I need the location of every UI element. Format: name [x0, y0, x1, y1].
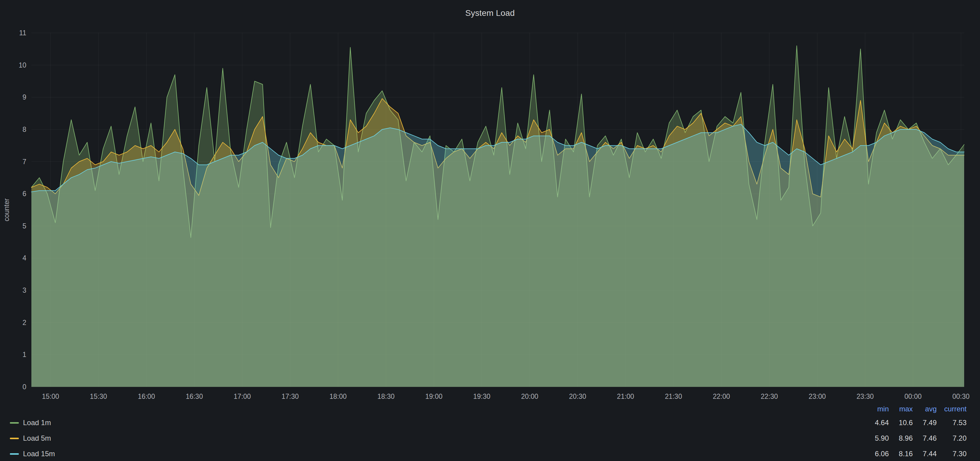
- series-label-load-5m[interactable]: Load 5m: [23, 434, 51, 442]
- x-tick-label: 23:30: [856, 393, 874, 400]
- legend: min max avg current Load 1m 4.64 10.6 7.…: [0, 403, 980, 461]
- x-tick-label: 21:00: [617, 393, 635, 400]
- x-tick-label: 18:30: [377, 393, 395, 400]
- stat-avg: 7.46: [913, 434, 937, 442]
- y-tick-label: 10: [19, 61, 26, 69]
- stat-avg: 7.49: [913, 418, 937, 427]
- x-tick-label: 16:30: [186, 393, 203, 400]
- x-tick-label: 18:00: [329, 393, 347, 400]
- y-tick-label: 7: [22, 158, 26, 165]
- stat-max: 10.6: [889, 418, 913, 427]
- legend-item-load-1m: Load 1m 4.64 10.6 7.49 7.53: [10, 415, 967, 431]
- x-tick-label: 21:30: [665, 393, 682, 400]
- y-tick-label: 6: [22, 190, 26, 198]
- legend-label-cell: Load 15m: [10, 450, 865, 458]
- y-tick-label: 0: [22, 383, 26, 391]
- x-tick-label: 20:00: [521, 393, 538, 400]
- stat-min: 6.06: [865, 450, 889, 458]
- series-color-swatch: [10, 422, 19, 424]
- legend-header-avg[interactable]: avg: [913, 405, 937, 413]
- series-color-swatch: [10, 438, 19, 439]
- stat-min: 4.64: [865, 418, 889, 427]
- system-load-panel: System Load 0123456789101115:0015:3016:0…: [0, 0, 980, 461]
- x-tick-label: 17:30: [282, 393, 299, 400]
- y-tick-label: 2: [22, 319, 26, 326]
- series-label-load-1m[interactable]: Load 1m: [23, 418, 51, 427]
- series-label-load-15m[interactable]: Load 15m: [23, 450, 55, 458]
- y-tick-label: 4: [22, 254, 26, 262]
- y-tick-label: 8: [22, 126, 26, 134]
- legend-header-row: min max avg current: [10, 403, 967, 415]
- stat-min: 5.90: [865, 434, 889, 442]
- stat-current: 7.53: [937, 418, 967, 427]
- y-axis-label: counter: [3, 198, 11, 221]
- stat-max: 8.96: [889, 434, 913, 442]
- x-tick-label: 19:30: [473, 393, 491, 400]
- legend-label-cell: Load 1m: [10, 418, 865, 427]
- y-tick-label: 5: [22, 222, 26, 230]
- x-tick-label: 22:30: [760, 393, 778, 400]
- y-tick-label: 9: [22, 93, 26, 101]
- x-tick-label: 17:00: [234, 393, 251, 400]
- x-tick-label: 22:00: [713, 393, 730, 400]
- x-tick-label: 00:00: [904, 393, 922, 400]
- y-tick-label: 11: [19, 29, 26, 37]
- legend-header-max[interactable]: max: [889, 405, 913, 413]
- x-tick-label: 00:30: [953, 393, 970, 400]
- y-tick-label: 3: [22, 286, 26, 294]
- stat-max: 8.16: [889, 450, 913, 458]
- legend-item-load-15m: Load 15m 6.06 8.16 7.44 7.30: [10, 446, 967, 461]
- legend-header-current[interactable]: current: [937, 405, 967, 413]
- chart-canvas[interactable]: 0123456789101115:0015:3016:0016:3017:001…: [0, 0, 980, 402]
- y-tick-label: 1: [22, 351, 26, 358]
- series-color-swatch: [10, 453, 19, 455]
- stat-current: 7.30: [937, 450, 967, 458]
- x-tick-label: 20:30: [569, 393, 586, 400]
- x-tick-label: 15:30: [90, 393, 107, 400]
- x-tick-label: 23:00: [809, 393, 826, 400]
- legend-header-min[interactable]: min: [865, 405, 889, 413]
- stat-avg: 7.44: [913, 450, 937, 458]
- x-tick-label: 19:00: [425, 393, 443, 400]
- x-tick-label: 16:00: [138, 393, 155, 400]
- legend-label-cell: Load 5m: [10, 434, 865, 442]
- stat-current: 7.20: [937, 434, 967, 442]
- x-tick-label: 15:00: [42, 393, 59, 400]
- legend-item-load-5m: Load 5m 5.90 8.96 7.46 7.20: [10, 431, 967, 446]
